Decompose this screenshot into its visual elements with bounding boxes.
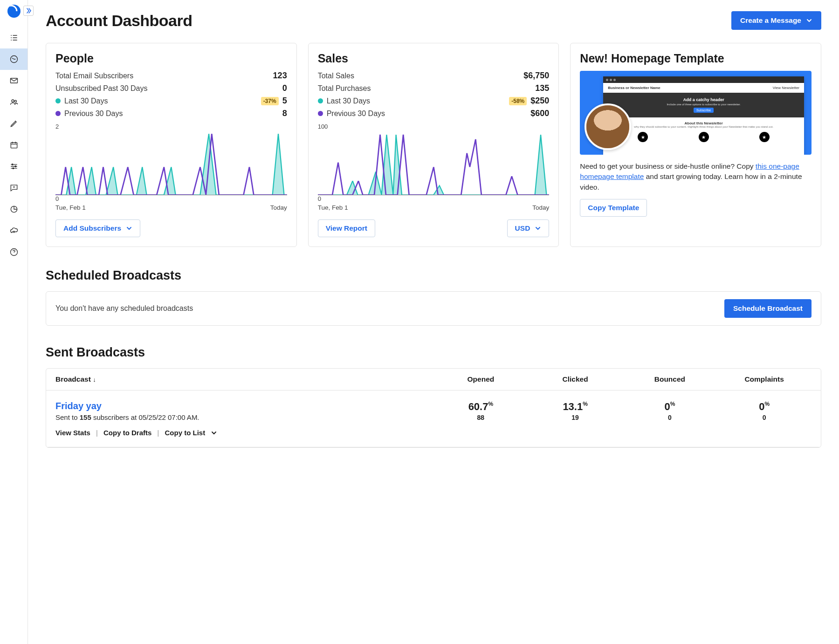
nav-pen[interactable] (0, 113, 28, 134)
nav-calendar[interactable] (0, 134, 28, 156)
view-report-button[interactable]: View Report (318, 219, 375, 237)
expand-sidebar-button[interactable] (23, 6, 34, 16)
promo-image: Business or Newsletter NameView Newslett… (580, 71, 811, 155)
pie-icon (9, 205, 19, 214)
add-subscribers-label: Add Subscribers (63, 224, 121, 233)
people-unsub-value: 0 (282, 83, 287, 93)
svg-rect-6 (11, 143, 17, 148)
currency-button[interactable]: USD (507, 219, 550, 237)
sidebar (0, 0, 28, 644)
sales-title: Sales (318, 52, 550, 65)
sales-xstart: Tue, Feb 1 (318, 204, 348, 211)
people-xstart: Tue, Feb 1 (55, 204, 86, 211)
create-message-button[interactable]: Create a Message (731, 11, 821, 30)
dot-teal (55, 98, 61, 103)
add-subscribers-button[interactable]: Add Subscribers (55, 219, 140, 237)
view-report-label: View Report (326, 224, 367, 233)
action-copy-list[interactable]: Copy to List (165, 429, 206, 437)
svg-point-10 (14, 187, 14, 188)
sales-purch-label: Total Purchases (318, 84, 371, 93)
sales-purch-value: 135 (535, 83, 549, 93)
create-message-label: Create a Message (740, 16, 801, 25)
people-title: People (55, 52, 287, 65)
sales-prev30-label: Previous 30 Days (327, 110, 385, 117)
nav (0, 27, 28, 263)
sales-total-value: $6,750 (523, 71, 549, 81)
nav-list[interactable] (0, 27, 28, 48)
metric-bounced: 0%0 (623, 401, 717, 421)
pen-icon (9, 119, 19, 128)
promo-text: Need to get your business or side-hustle… (580, 161, 811, 192)
dashboard-icon (9, 55, 19, 64)
action-copy-drafts[interactable]: Copy to Drafts (103, 429, 151, 437)
schedule-broadcast-button[interactable]: Schedule Broadcast (724, 299, 811, 318)
sales-ymax: 100 (318, 123, 550, 130)
broadcast-subtext: Sent to 155 subscribers at 05/25/22 07:0… (55, 413, 433, 421)
broadcast-name[interactable]: Friday yay (55, 401, 433, 411)
th-clicked[interactable]: Clicked (528, 375, 623, 384)
nav-cloud[interactable] (0, 220, 28, 241)
nav-help[interactable] (0, 241, 28, 263)
metric-clicked: 13.1%19 (528, 401, 623, 421)
brand-logo (7, 5, 21, 18)
people-ymax: 2 (55, 123, 287, 130)
dot-purple (318, 111, 323, 116)
people-total-value: 123 (273, 71, 287, 81)
chevron-down-icon (535, 225, 541, 232)
svg-point-7 (12, 164, 13, 165)
copy-template-label: Copy Template (588, 204, 639, 212)
nav-mail[interactable] (0, 70, 28, 91)
th-broadcast[interactable]: Broadcast ↓ (55, 375, 433, 384)
people-prev30-label: Previous 30 Days (64, 110, 123, 117)
th-complaints[interactable]: Complaints (717, 375, 811, 384)
people-prev30-value: 8 (282, 109, 287, 118)
people-icon (9, 97, 19, 107)
people-delta-badge: -37% (261, 97, 279, 105)
people-card: People Total Email Subscribers123 Unsubs… (46, 43, 297, 247)
svg-rect-3 (10, 78, 17, 83)
people-total-label: Total Email Subscribers (55, 72, 133, 80)
metric-opened: 60.7%88 (433, 401, 528, 421)
sent-title: Sent Broadcasts (46, 345, 821, 360)
sales-last30-value: $250 (530, 96, 549, 106)
promo-card: New! Homepage Template Business or Newsl… (570, 43, 821, 247)
sales-prev30-value: $600 (530, 109, 549, 118)
mail-icon (9, 76, 19, 85)
dot-purple (55, 111, 61, 116)
table-head: Broadcast ↓ Opened Clicked Bounced Compl… (46, 369, 821, 391)
nav-reports[interactable] (0, 199, 28, 220)
nav-dashboard[interactable] (0, 48, 28, 70)
scheduled-panel: You don't have any scheduled broadcasts … (46, 291, 821, 326)
scheduled-empty: You don't have any scheduled broadcasts (55, 304, 193, 313)
nav-people[interactable] (0, 91, 28, 113)
sliders-icon (9, 162, 19, 171)
sales-xend: Today (532, 204, 549, 211)
cloud-icon (9, 226, 19, 235)
action-view-stats[interactable]: View Stats (55, 429, 90, 437)
svg-point-4 (12, 100, 14, 102)
nav-chat[interactable] (0, 177, 28, 199)
sales-last30-label: Last 30 Days (327, 97, 370, 105)
people-last30-value: 5 (282, 96, 287, 106)
copy-template-button[interactable]: Copy Template (580, 199, 647, 217)
svg-point-9 (13, 168, 14, 169)
people-unsub-label: Unsubscribed Past 30 Days (55, 84, 147, 93)
list-icon (9, 33, 19, 42)
promo-title: New! Homepage Template (580, 52, 811, 65)
metric-complaints: 0%0 (717, 401, 811, 421)
th-bounced[interactable]: Bounced (623, 375, 717, 384)
promo-avatar (585, 103, 631, 150)
schedule-broadcast-label: Schedule Broadcast (733, 304, 803, 313)
chat-icon (9, 183, 19, 192)
people-chart (55, 130, 287, 195)
calendar-icon (9, 140, 19, 150)
sales-chart (318, 130, 550, 195)
table-row: Friday yay Sent to 155 subscribers at 05… (46, 391, 821, 447)
sales-card: Sales Total Sales$6,750 Total Purchases1… (308, 43, 559, 247)
th-opened[interactable]: Opened (433, 375, 528, 384)
sent-table: Broadcast ↓ Opened Clicked Bounced Compl… (46, 368, 821, 448)
currency-label: USD (515, 224, 530, 233)
chevron-down-icon[interactable] (211, 430, 217, 436)
nav-sliders[interactable] (0, 156, 28, 177)
help-icon (9, 247, 19, 257)
